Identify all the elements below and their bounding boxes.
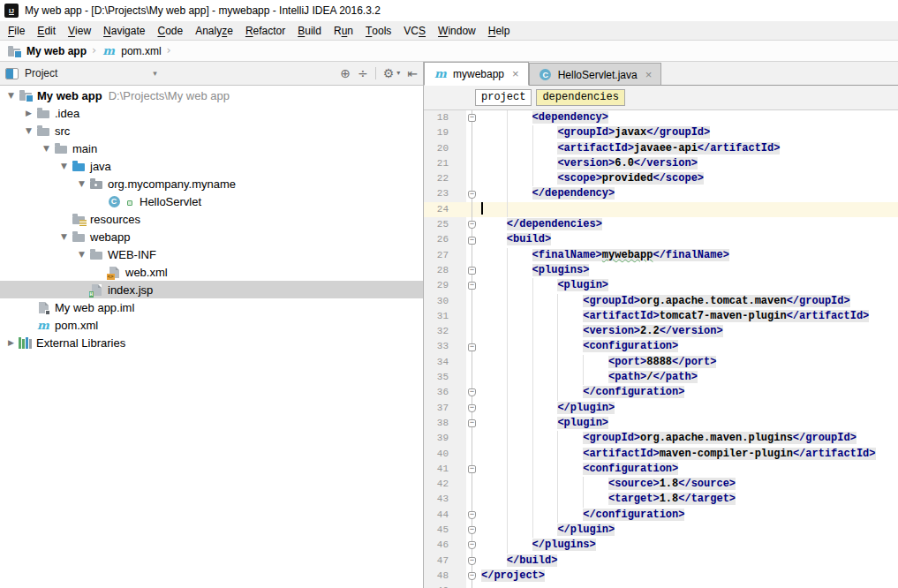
code-line[interactable]: 24	[424, 202, 898, 217]
code-line-text[interactable]: <port>8888</port>	[481, 355, 898, 370]
code-line[interactable]: 20 <artifactId>javaee-api</artifactId>	[424, 141, 898, 156]
code-line-text[interactable]: <path>/</path>	[481, 370, 898, 385]
code-line-text[interactable]: <version>6.0</version>	[481, 156, 898, 171]
code-line[interactable]: 33− <configuration>	[424, 339, 898, 354]
menu-vcs[interactable]: VCS	[397, 21, 432, 40]
code-line[interactable]: 36− </configuration>	[424, 385, 898, 400]
chevron-collapsed-icon[interactable]: ▶	[21, 109, 36, 117]
tab-close-icon[interactable]: ×	[512, 68, 519, 79]
code-line[interactable]: 28− <plugins>	[424, 263, 898, 278]
code-line-text[interactable]: <artifactId>javaee-api</artifactId>	[481, 141, 898, 156]
fold-marker-icon[interactable]: −	[468, 419, 476, 427]
chevron-expanded-icon[interactable]: ▼	[57, 232, 72, 241]
code-line[interactable]: 48−</project>	[424, 569, 898, 584]
fold-marker-icon[interactable]: −	[468, 388, 476, 396]
menu-refactor[interactable]: Refactor	[239, 21, 291, 40]
menu-tools[interactable]: Tools	[359, 21, 397, 40]
code-line[interactable]: 40 <artifactId>maven-compiler-plugin</ar…	[424, 447, 898, 462]
tree-item-external-libraries[interactable]: ▶External Libraries	[0, 334, 423, 351]
code-line[interactable]: 32 <version>2.2</version>	[424, 324, 898, 339]
code-line[interactable]: 21 <version>6.0</version>	[424, 156, 898, 171]
code-line-text[interactable]: <plugin>	[481, 278, 898, 293]
code-line[interactable]: 45− </plugin>	[424, 523, 898, 538]
chevron-expanded-icon[interactable]: ▼	[74, 250, 89, 259]
code-line-text[interactable]: </project>	[481, 569, 898, 584]
code-line-text[interactable]: </build>	[481, 554, 898, 569]
tag-chip-project[interactable]: project	[475, 89, 532, 106]
collapse-all-icon[interactable]: ÷	[358, 67, 368, 79]
code-line[interactable]: 30 <groupId>org.apache.tomcat.maven</gro…	[424, 294, 898, 309]
fold-marker-icon[interactable]: −	[468, 404, 476, 412]
code-line[interactable]: 44− </configuration>	[424, 508, 898, 523]
chevron-expanded-icon[interactable]: ▼	[74, 179, 89, 188]
tab-helloservlet-java[interactable]: CHelloServlet.java×	[529, 63, 662, 86]
code-line-text[interactable]: </configuration>	[481, 385, 898, 400]
fold-marker-icon[interactable]: −	[468, 237, 476, 245]
tree-item-java[interactable]: ▼java	[0, 157, 423, 175]
tree-item-helloservlet[interactable]: CHelloServlet	[0, 192, 423, 210]
code-line-text[interactable]: <source>1.8</source>	[481, 477, 898, 492]
code-line[interactable]: 18− <dependency>	[424, 110, 898, 125]
hide-panel-icon[interactable]: ⇤	[407, 67, 418, 79]
fold-marker-icon[interactable]: −	[468, 572, 476, 580]
fold-marker-icon[interactable]: −	[468, 221, 476, 229]
code-line[interactable]: 43 <target>1.8</target>	[424, 492, 898, 507]
chevron-collapsed-icon[interactable]: ▶	[4, 338, 19, 347]
menu-run[interactable]: Run	[328, 21, 359, 40]
fold-marker-icon[interactable]: −	[468, 526, 476, 534]
code-line-text[interactable]: <target>1.8</target>	[481, 492, 898, 507]
code-line[interactable]: 49	[424, 584, 898, 588]
fold-marker-icon[interactable]: −	[468, 541, 476, 549]
locate-icon[interactable]: ⊕	[340, 67, 351, 79]
fold-marker-icon[interactable]: −	[468, 114, 476, 122]
code-line-text[interactable]: <groupId>org.apache.tomcat.maven</groupI…	[481, 294, 898, 309]
tree-item-pom-xml[interactable]: mpom.xml	[0, 316, 423, 334]
tree-item-org-mycompany-myname[interactable]: ▼org.mycompany.myname	[0, 175, 423, 192]
code-line-text[interactable]: <version>2.2</version>	[481, 324, 898, 339]
code-line-text[interactable]: <build>	[481, 232, 898, 247]
chevron-expanded-icon[interactable]: ▼	[21, 126, 36, 135]
tree-item-src[interactable]: ▼src	[0, 122, 423, 139]
code-line[interactable]: 35 <path>/</path>	[424, 370, 898, 385]
tree-item-resources[interactable]: resources	[0, 210, 423, 228]
code-line[interactable]: 37− </plugin>	[424, 401, 898, 416]
code-line[interactable]: 31 <artifactId>tomcat7-maven-plugin</art…	[424, 309, 898, 324]
code-line-text[interactable]: <artifactId>tomcat7-maven-plugin</artifa…	[481, 309, 898, 324]
code-line-text[interactable]: <finalName>mywebapp</finalName>	[481, 248, 898, 263]
fold-marker-icon[interactable]: −	[468, 465, 476, 473]
fold-marker-icon[interactable]: −	[468, 511, 476, 519]
code-line-text[interactable]: </dependency>	[481, 186, 898, 201]
menu-view[interactable]: View	[62, 21, 97, 40]
tree-item--idea[interactable]: ▶.idea	[0, 104, 423, 122]
fold-marker-icon[interactable]: −	[468, 191, 476, 199]
code-line-text[interactable]: <groupId>org.apache.maven.plugins</group…	[481, 431, 898, 446]
menu-file[interactable]: File	[2, 21, 31, 40]
code-line-text[interactable]: <scope>provided</scope>	[481, 171, 898, 186]
code-line[interactable]: 39 <groupId>org.apache.maven.plugins</gr…	[424, 431, 898, 446]
code-line-text[interactable]: </dependencies>	[481, 217, 898, 232]
code-line-text[interactable]: <dependency>	[481, 110, 898, 125]
code-line[interactable]: 26− <build>	[424, 232, 898, 247]
code-line[interactable]: 38− <plugin>	[424, 416, 898, 431]
tree-item-main[interactable]: ▼main	[0, 139, 423, 157]
menu-help[interactable]: Help	[482, 21, 517, 40]
chevron-expanded-icon[interactable]: ▼	[39, 144, 54, 153]
tag-chip-dependencies[interactable]: dependencies	[536, 89, 624, 106]
fold-marker-icon[interactable]: −	[468, 282, 476, 290]
code-line-text[interactable]: <plugins>	[481, 263, 898, 278]
code-line-text[interactable]: </plugin>	[481, 523, 898, 538]
code-line[interactable]: 29− <plugin>	[424, 278, 898, 293]
gear-caret-icon[interactable]: ▾	[396, 67, 400, 79]
code-line[interactable]: 47− </build>	[424, 554, 898, 569]
settings-gear-icon[interactable]: ⚙	[383, 67, 395, 79]
tree-item-webapp[interactable]: ▼webapp	[0, 228, 423, 245]
tree-item-web-xml[interactable]: <>web.xml	[0, 263, 423, 281]
menu-window[interactable]: Window	[432, 21, 482, 40]
code-line[interactable]: 34 <port>8888</port>	[424, 355, 898, 370]
code-line[interactable]: 41− <configuration>	[424, 462, 898, 477]
code-line[interactable]: 19 <groupId>javax</groupId>	[424, 125, 898, 140]
chevron-expanded-icon[interactable]: ▼	[57, 162, 72, 170]
tree-item-my-web-app-iml[interactable]: My web app.iml	[0, 298, 423, 316]
project-view-dropdown-icon[interactable]: ▾	[153, 69, 157, 78]
code-line-text[interactable]: <configuration>	[481, 462, 898, 477]
